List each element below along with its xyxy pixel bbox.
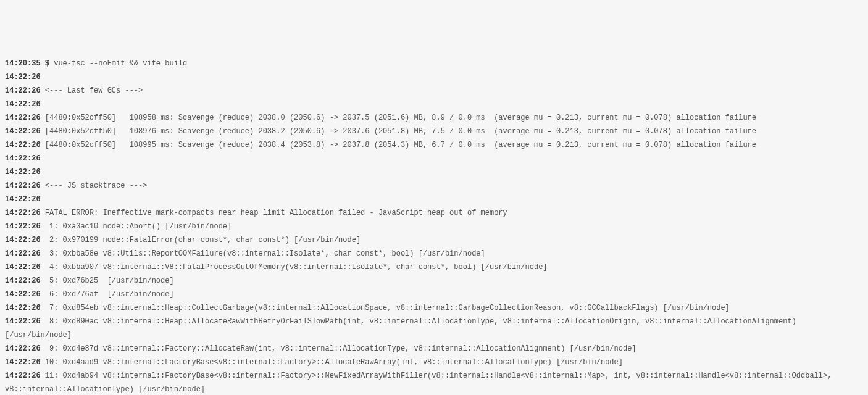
log-timestamp: 14:22:26	[5, 290, 41, 299]
log-timestamp: 14:22:26	[5, 263, 41, 272]
log-line: 14:22:26 6: 0xd776af [/usr/bin/node]	[5, 288, 863, 301]
log-timestamp: 14:22:26	[5, 181, 41, 190]
log-message: 7: 0xd854eb v8::internal::Heap::CollectG…	[45, 304, 730, 312]
log-message: 1: 0xa3ac10 node::Abort() [/usr/bin/node…	[45, 222, 232, 231]
log-line: 14:22:26 [4480:0x52cff50] 108995 ms: Sca…	[5, 138, 863, 152]
log-message: 5: 0xd76b25 [/usr/bin/node]	[45, 276, 174, 285]
log-line: 14:22:26 1: 0xa3ac10 node::Abort() [/usr…	[5, 220, 863, 233]
log-message: [4480:0x52cff50] 108976 ms: Scavenge (re…	[45, 127, 756, 136]
log-message: <--- JS stacktrace --->	[45, 181, 148, 190]
log-line: 14:22:26	[5, 98, 863, 111]
log-line: 14:22:26 8: 0xd890ac v8::internal::Heap:…	[5, 315, 863, 342]
log-line: 14:22:26 <--- Last few GCs --->	[5, 84, 863, 98]
log-timestamp: 14:22:26	[5, 249, 41, 258]
log-message: [4480:0x52cff50] 108958 ms: Scavenge (re…	[45, 114, 756, 122]
log-message: FATAL ERROR: Ineffective mark-compacts n…	[45, 209, 507, 217]
log-timestamp: 14:22:26	[5, 358, 41, 367]
log-timestamp: 14:22:26	[5, 276, 41, 285]
log-line: 14:22:26 3: 0xbba58e v8::Utils::ReportOO…	[5, 247, 863, 260]
log-line: 14:22:26	[5, 70, 863, 84]
log-line: 14:22:26 <--- JS stacktrace --->	[5, 179, 863, 193]
log-line: 14:22:26	[5, 193, 863, 206]
log-timestamp: 14:22:26	[5, 154, 41, 163]
log-line: 14:22:26 [4480:0x52cff50] 108958 ms: Sca…	[5, 111, 863, 125]
log-timestamp: 14:20:35	[5, 59, 41, 68]
log-timestamp: 14:22:26	[5, 222, 41, 231]
log-timestamp: 14:22:26	[5, 372, 41, 380]
log-line: 14:22:26 4: 0xbba907 v8::internal::V8::F…	[5, 260, 863, 274]
log-message: 11: 0xd4ab94 v8::internal::FactoryBase<v…	[5, 372, 837, 394]
log-timestamp: 14:22:26	[5, 304, 41, 312]
log-timestamp: 14:22:26	[5, 73, 41, 81]
log-message: 9: 0xd4e87d v8::internal::Factory::Alloc…	[45, 344, 636, 353]
log-timestamp: 14:22:26	[5, 195, 41, 204]
log-message: 6: 0xd776af [/usr/bin/node]	[45, 290, 174, 299]
shell-prompt: $	[45, 59, 49, 68]
log-message: [4480:0x52cff50] 108995 ms: Scavenge (re…	[45, 141, 756, 149]
log-line: 14:22:26 [4480:0x52cff50] 108976 ms: Sca…	[5, 125, 863, 138]
log-line: 14:20:35 $ vue-tsc --noEmit && vite buil…	[5, 57, 863, 70]
log-timestamp: 14:22:26	[5, 209, 41, 217]
log-message: 2: 0x970199 node::FatalError(char const*…	[45, 236, 361, 244]
log-timestamp: 14:22:26	[5, 344, 41, 353]
log-line: 14:22:26	[5, 152, 863, 165]
log-timestamp: 14:22:26	[5, 86, 41, 95]
log-line: 14:22:26 2: 0x970199 node::FatalError(ch…	[5, 233, 863, 247]
log-message: 8: 0xd890ac v8::internal::Heap::Allocate…	[5, 317, 801, 339]
log-timestamp: 14:22:26	[5, 317, 41, 326]
log-timestamp: 14:22:26	[5, 114, 41, 122]
log-message: 10: 0xd4aad9 v8::internal::FactoryBase<v…	[45, 358, 623, 367]
log-line: 14:22:26 10: 0xd4aad9 v8::internal::Fact…	[5, 356, 863, 369]
log-message: <--- Last few GCs --->	[45, 86, 143, 95]
log-line: 14:22:26	[5, 165, 863, 179]
log-line: 14:22:26 5: 0xd76b25 [/usr/bin/node]	[5, 274, 863, 288]
terminal-output[interactable]: 14:20:35 $ vue-tsc --noEmit && vite buil…	[5, 57, 863, 395]
log-timestamp: 14:22:26	[5, 168, 41, 177]
log-message: vue-tsc --noEmit && vite build	[54, 59, 187, 68]
log-timestamp: 14:22:26	[5, 127, 41, 136]
log-message: 4: 0xbba907 v8::internal::V8::FatalProce…	[45, 263, 548, 272]
log-timestamp: 14:22:26	[5, 236, 41, 244]
log-timestamp: 14:22:26	[5, 141, 41, 149]
log-line: 14:22:26 11: 0xd4ab94 v8::internal::Fact…	[5, 369, 863, 395]
log-message: 3: 0xbba58e v8::Utils::ReportOOMFailure(…	[45, 249, 485, 258]
log-timestamp: 14:22:26	[5, 100, 41, 109]
log-line: 14:22:26 7: 0xd854eb v8::internal::Heap:…	[5, 301, 863, 315]
log-line: 14:22:26 9: 0xd4e87d v8::internal::Facto…	[5, 342, 863, 356]
log-line: 14:22:26 FATAL ERROR: Ineffective mark-c…	[5, 206, 863, 220]
